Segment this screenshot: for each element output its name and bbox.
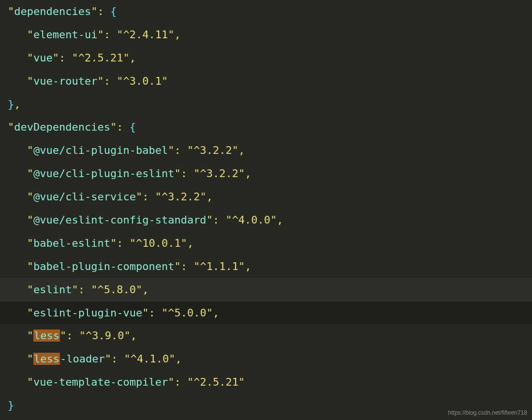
json-key: @vue/cli-plugin-eslint — [33, 167, 174, 180]
code-line: "vue": "^2.5.21", — [0, 46, 532, 70]
json-key: -loader — [60, 353, 105, 365]
json-value: ^4.1.0 — [131, 353, 169, 365]
json-key: babel-plugin-component — [33, 260, 174, 272]
json-value: ^3.2.2 — [193, 144, 232, 156]
json-key: vue-template-compiler — [33, 376, 168, 388]
code-line: "babel-eslint": "^10.0.1", — [0, 232, 532, 255]
json-value: ^2.5.21 — [78, 52, 123, 64]
json-value: ^1.1.1 — [200, 260, 238, 272]
code-line: "less-loader": "^4.1.0", — [0, 347, 532, 371]
code-editor[interactable]: "dependencies": { "element-ui": "^2.4.11… — [0, 0, 532, 417]
code-line: "@vue/cli-plugin-babel": "^3.2.2", — [0, 139, 532, 162]
json-key: eslint — [33, 284, 72, 296]
json-key: element-ui — [33, 29, 97, 41]
json-key: @vue/cli-service — [33, 191, 136, 203]
search-match: less — [33, 330, 60, 342]
json-value: ^5.0.0 — [168, 307, 206, 319]
json-value: ^3.2.2 — [162, 191, 200, 203]
code-line: "devDependencies": { — [0, 116, 532, 139]
code-line-active: "eslint-plugin-vue": "^5.0.0", — [0, 301, 532, 325]
json-key: @vue/cli-plugin-babel — [33, 144, 168, 156]
json-value: ^2.4.11 — [123, 29, 168, 41]
code-line: "@vue/eslint-config-standard": "^4.0.0", — [0, 209, 532, 232]
json-value: ^5.8.0 — [97, 284, 135, 296]
watermark-text: https://blog.csdn.net/fifteen718 — [448, 409, 527, 417]
code-line: "vue-template-compiler": "^2.5.21" — [0, 371, 532, 394]
json-key: @vue/eslint-config-standard — [33, 214, 207, 226]
json-key: vue — [33, 52, 53, 64]
code-line: "@vue/cli-service": "^3.2.2", — [0, 185, 532, 209]
code-line: "element-ui": "^2.4.11", — [0, 23, 532, 46]
json-value: ^10.0.1 — [136, 237, 181, 249]
json-key: devDependencies — [14, 121, 110, 133]
code-line: "babel-plugin-component": "^1.1.1", — [0, 255, 532, 278]
code-line: "dependencies": { — [0, 0, 532, 23]
code-line: "vue-router": "^3.0.1" — [0, 70, 532, 93]
code-line: }, — [0, 93, 532, 116]
json-value: ^2.5.21 — [193, 376, 238, 388]
json-value: ^3.2.2 — [200, 167, 238, 180]
json-value: ^3.0.1 — [123, 75, 161, 87]
json-key: vue-router — [33, 75, 97, 87]
json-key: babel-eslint — [33, 237, 110, 249]
json-key: dependencies — [14, 5, 91, 17]
json-value: ^3.9.0 — [86, 330, 124, 342]
code-line: "@vue/cli-plugin-eslint": "^3.2.2", — [0, 162, 532, 185]
code-line: "less": "^3.9.0", — [0, 324, 532, 347]
json-value: ^4.0.0 — [232, 214, 270, 226]
search-match: less — [33, 353, 60, 365]
json-key: eslint-plugin-vue — [33, 307, 142, 319]
code-line: "eslint": "^5.8.0", — [0, 278, 532, 301]
